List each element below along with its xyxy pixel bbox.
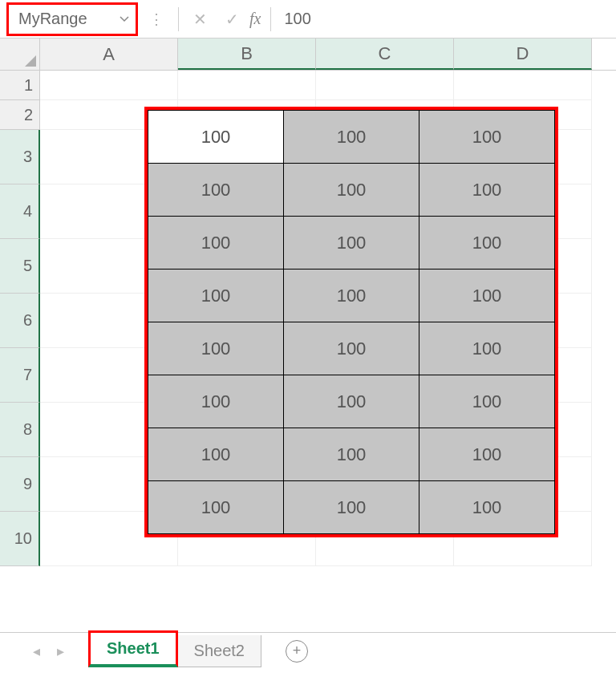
cell-C7[interactable]: 100 [284,322,419,375]
cell-B5[interactable]: 100 [148,217,284,270]
table-row: 100100100 [148,428,555,481]
row-headers: 1 2 3 4 5 6 7 8 9 10 [0,71,40,566]
confirm-button[interactable]: ✓ [216,6,248,32]
cell-B9[interactable]: 100 [148,428,284,481]
cell-D3[interactable]: 100 [419,111,555,164]
cell-D10[interactable]: 100 [419,481,555,534]
cell-D5[interactable]: 100 [419,217,555,270]
table-row: 100100100 [148,111,555,164]
cell-B6[interactable]: 100 [148,270,284,322]
tab-nav-next-icon[interactable]: ▸ [48,642,72,660]
cell-B8[interactable]: 100 [148,375,284,428]
cell-B4[interactable]: 100 [148,164,284,217]
cell-C10[interactable]: 100 [284,481,419,534]
cell-C6[interactable]: 100 [284,270,419,322]
row-header-6[interactable]: 6 [0,294,40,348]
cell-D4[interactable]: 100 [419,164,555,217]
column-header-A[interactable]: A [40,38,178,70]
row-header-5[interactable]: 5 [0,239,40,294]
row-header-3[interactable]: 3 [0,130,40,184]
row-header-7[interactable]: 7 [0,348,40,403]
divider-icon: ⋮ [149,10,162,28]
tab-sheet1[interactable]: Sheet1 [88,630,178,667]
separator [178,7,179,31]
select-all-corner[interactable] [0,38,40,70]
cell-D8[interactable]: 100 [419,375,555,428]
row-header-2[interactable]: 2 [0,100,40,130]
cell-C3[interactable]: 100 [284,111,419,164]
cells-area[interactable]: 100100100 100100100 100100100 100100100 … [40,71,616,566]
name-box-container [6,2,138,36]
spreadsheet-grid: A B C D 1 2 3 4 5 6 7 8 9 10 [0,38,616,566]
table-row: 100100100 [148,322,555,375]
table-row: 100100100 [148,375,555,428]
check-icon: ✓ [225,10,239,29]
cell-C8[interactable]: 100 [284,375,419,428]
table-row: 100100100 [148,164,555,217]
add-sheet-button[interactable]: + [286,640,308,663]
column-header-D[interactable]: D [454,38,592,70]
cancel-button[interactable]: ✕ [184,6,216,32]
cell-B3[interactable]: 100 [148,111,284,164]
row-header-8[interactable]: 8 [0,403,40,457]
cell-D7[interactable]: 100 [419,322,555,375]
separator [270,7,271,31]
column-header-B[interactable]: B [178,38,316,70]
cell-B10[interactable]: 100 [148,481,284,534]
column-headers: A B C D [0,38,616,71]
cell-B7[interactable]: 100 [148,322,284,375]
tabs-container: Sheet1 Sheet2 [88,635,261,667]
cell-C9[interactable]: 100 [284,428,419,481]
table-row: 100100100 [148,270,555,322]
row-header-10[interactable]: 10 [0,512,40,566]
selected-range-overlay[interactable]: 100100100 100100100 100100100 100100100 … [144,107,558,537]
tab-nav-prev-icon[interactable]: ◂ [24,642,48,660]
fx-label[interactable]: fx [249,10,261,28]
sheet-tab-bar: ◂ ▸ Sheet1 Sheet2 + [0,632,616,669]
row-header-9[interactable]: 9 [0,457,40,512]
formula-bar: ⋮ ✕ ✓ fx [0,0,616,38]
cell-C5[interactable]: 100 [284,217,419,270]
row-header-4[interactable]: 4 [0,184,40,239]
data-table: 100100100 100100100 100100100 100100100 … [148,110,555,534]
plus-icon: + [293,642,302,659]
table-row: 100100100 [148,481,555,534]
name-box-dropdown-icon[interactable] [116,16,132,22]
cell-C4[interactable]: 100 [284,164,419,217]
cancel-icon: ✕ [193,10,207,29]
tab-sheet2[interactable]: Sheet2 [178,635,261,667]
name-box[interactable] [12,6,116,32]
formula-input[interactable] [276,6,610,32]
row-header-1[interactable]: 1 [0,71,40,100]
cell-D9[interactable]: 100 [419,428,555,481]
column-header-C[interactable]: C [316,38,454,70]
table-row: 100100100 [148,217,555,270]
cell-D6[interactable]: 100 [419,270,555,322]
